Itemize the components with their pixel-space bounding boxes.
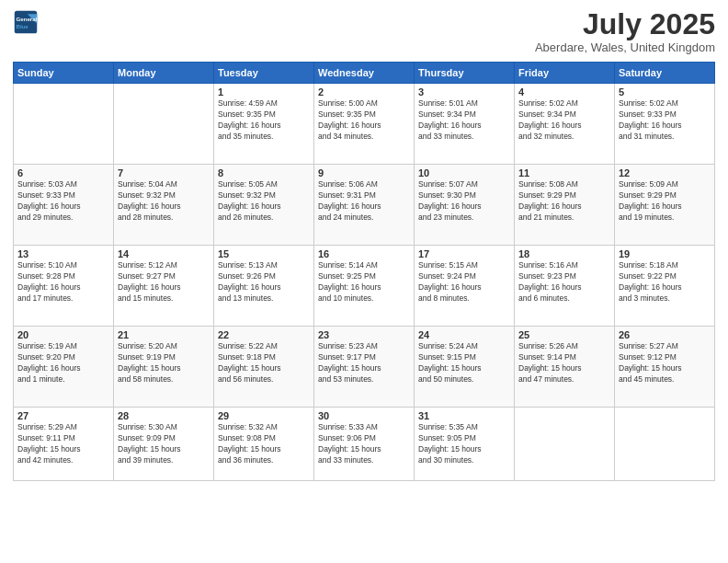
day-number: 14 (118, 248, 210, 259)
col-monday: Monday (114, 63, 214, 84)
table-row: 8Sunrise: 5:05 AM Sunset: 9:32 PM Daylig… (214, 165, 314, 246)
day-info: Sunrise: 5:13 AM Sunset: 9:26 PM Dayligh… (218, 260, 310, 304)
table-row: 10Sunrise: 5:07 AM Sunset: 9:30 PM Dayli… (415, 165, 515, 246)
day-number: 20 (17, 329, 109, 340)
day-number: 18 (518, 248, 610, 259)
day-info: Sunrise: 5:07 AM Sunset: 9:30 PM Dayligh… (418, 179, 510, 224)
table-row: 5Sunrise: 5:02 AM Sunset: 9:33 PM Daylig… (615, 84, 715, 165)
table-row (615, 408, 715, 481)
day-info: Sunrise: 5:05 AM Sunset: 9:32 PM Dayligh… (218, 179, 310, 224)
day-info: Sunrise: 5:06 AM Sunset: 9:31 PM Dayligh… (318, 179, 410, 224)
col-wednesday: Wednesday (314, 63, 415, 84)
day-number: 27 (17, 410, 109, 421)
day-info: Sunrise: 5:26 AM Sunset: 9:14 PM Dayligh… (518, 341, 610, 385)
day-number: 21 (118, 329, 210, 340)
page: General Blue July 2025 Aberdare, Wales, … (0, 0, 728, 563)
table-row (114, 84, 214, 165)
table-row: 23Sunrise: 5:23 AM Sunset: 9:17 PM Dayli… (314, 327, 415, 408)
table-row (14, 84, 114, 165)
table-row: 4Sunrise: 5:02 AM Sunset: 9:34 PM Daylig… (515, 84, 615, 165)
table-row (515, 408, 615, 481)
table-row: 20Sunrise: 5:19 AM Sunset: 9:20 PM Dayli… (14, 327, 114, 408)
table-row: 21Sunrise: 5:20 AM Sunset: 9:19 PM Dayli… (114, 327, 214, 408)
day-number: 4 (518, 86, 610, 98)
day-number: 17 (418, 248, 510, 259)
day-info: Sunrise: 5:08 AM Sunset: 9:29 PM Dayligh… (518, 179, 610, 224)
day-info: Sunrise: 5:14 AM Sunset: 9:25 PM Dayligh… (318, 260, 410, 304)
day-number: 28 (118, 410, 210, 421)
day-number: 19 (619, 248, 711, 259)
table-row: 24Sunrise: 5:24 AM Sunset: 9:15 PM Dayli… (415, 327, 515, 408)
logo: General Blue (13, 9, 39, 35)
day-number: 1 (218, 86, 310, 98)
day-info: Sunrise: 5:04 AM Sunset: 9:32 PM Dayligh… (118, 179, 210, 224)
calendar-week-row: 27Sunrise: 5:29 AM Sunset: 9:11 PM Dayli… (14, 408, 715, 481)
svg-text:General: General (17, 16, 38, 22)
calendar: Sunday Monday Tuesday Wednesday Thursday… (13, 62, 715, 481)
table-row: 11Sunrise: 5:08 AM Sunset: 9:29 PM Dayli… (515, 165, 615, 246)
col-friday: Friday (515, 63, 615, 84)
table-row: 1Sunrise: 4:59 AM Sunset: 9:35 PM Daylig… (214, 84, 314, 165)
day-info: Sunrise: 5:01 AM Sunset: 9:34 PM Dayligh… (418, 98, 510, 143)
day-info: Sunrise: 5:12 AM Sunset: 9:27 PM Dayligh… (118, 260, 210, 304)
day-info: Sunrise: 5:30 AM Sunset: 9:09 PM Dayligh… (118, 422, 210, 466)
day-info: Sunrise: 5:27 AM Sunset: 9:12 PM Dayligh… (619, 341, 711, 385)
table-row: 14Sunrise: 5:12 AM Sunset: 9:27 PM Dayli… (114, 246, 214, 327)
day-number: 29 (218, 410, 310, 421)
svg-text:Blue: Blue (17, 23, 29, 29)
col-thursday: Thursday (415, 63, 515, 84)
month-year: July 2025 (535, 9, 715, 39)
day-number: 12 (619, 167, 711, 178)
day-info: Sunrise: 5:00 AM Sunset: 9:35 PM Dayligh… (318, 98, 410, 143)
table-row: 2Sunrise: 5:00 AM Sunset: 9:35 PM Daylig… (314, 84, 415, 165)
day-number: 13 (17, 248, 109, 259)
table-row: 19Sunrise: 5:18 AM Sunset: 9:22 PM Dayli… (615, 246, 715, 327)
day-number: 3 (418, 86, 510, 98)
col-tuesday: Tuesday (214, 63, 314, 84)
table-row: 7Sunrise: 5:04 AM Sunset: 9:32 PM Daylig… (114, 165, 214, 246)
calendar-week-row: 1Sunrise: 4:59 AM Sunset: 9:35 PM Daylig… (14, 84, 715, 165)
day-number: 7 (118, 167, 210, 178)
table-row: 28Sunrise: 5:30 AM Sunset: 9:09 PM Dayli… (114, 408, 214, 481)
day-info: Sunrise: 5:32 AM Sunset: 9:08 PM Dayligh… (218, 422, 310, 466)
table-row: 6Sunrise: 5:03 AM Sunset: 9:33 PM Daylig… (14, 165, 114, 246)
day-info: Sunrise: 5:35 AM Sunset: 9:05 PM Dayligh… (418, 422, 510, 466)
calendar-header-row: Sunday Monday Tuesday Wednesday Thursday… (14, 63, 715, 84)
day-number: 2 (318, 86, 410, 98)
table-row: 27Sunrise: 5:29 AM Sunset: 9:11 PM Dayli… (14, 408, 114, 481)
day-number: 23 (318, 329, 410, 340)
table-row: 9Sunrise: 5:06 AM Sunset: 9:31 PM Daylig… (314, 165, 415, 246)
table-row: 13Sunrise: 5:10 AM Sunset: 9:28 PM Dayli… (14, 246, 114, 327)
table-row: 26Sunrise: 5:27 AM Sunset: 9:12 PM Dayli… (615, 327, 715, 408)
day-info: Sunrise: 5:18 AM Sunset: 9:22 PM Dayligh… (619, 260, 711, 304)
day-number: 24 (418, 329, 510, 340)
day-info: Sunrise: 5:10 AM Sunset: 9:28 PM Dayligh… (17, 260, 109, 304)
day-number: 11 (518, 167, 610, 178)
table-row: 30Sunrise: 5:33 AM Sunset: 9:06 PM Dayli… (314, 408, 415, 481)
day-info: Sunrise: 5:02 AM Sunset: 9:33 PM Dayligh… (619, 98, 711, 143)
table-row: 18Sunrise: 5:16 AM Sunset: 9:23 PM Dayli… (515, 246, 615, 327)
day-info: Sunrise: 5:03 AM Sunset: 9:33 PM Dayligh… (17, 179, 109, 224)
day-number: 22 (218, 329, 310, 340)
day-number: 10 (418, 167, 510, 178)
day-number: 26 (619, 329, 711, 340)
header: General Blue July 2025 Aberdare, Wales, … (13, 9, 715, 54)
day-number: 25 (518, 329, 610, 340)
day-number: 30 (318, 410, 410, 421)
day-info: Sunrise: 5:16 AM Sunset: 9:23 PM Dayligh… (518, 260, 610, 304)
day-info: Sunrise: 5:09 AM Sunset: 9:29 PM Dayligh… (619, 179, 711, 224)
calendar-week-row: 13Sunrise: 5:10 AM Sunset: 9:28 PM Dayli… (14, 246, 715, 327)
calendar-week-row: 6Sunrise: 5:03 AM Sunset: 9:33 PM Daylig… (14, 165, 715, 246)
day-number: 8 (218, 167, 310, 178)
table-row: 12Sunrise: 5:09 AM Sunset: 9:29 PM Dayli… (615, 165, 715, 246)
location: Aberdare, Wales, United Kingdom (535, 40, 715, 54)
day-number: 15 (218, 248, 310, 259)
day-info: Sunrise: 5:33 AM Sunset: 9:06 PM Dayligh… (318, 422, 410, 466)
table-row: 15Sunrise: 5:13 AM Sunset: 9:26 PM Dayli… (214, 246, 314, 327)
col-saturday: Saturday (615, 63, 715, 84)
table-row: 3Sunrise: 5:01 AM Sunset: 9:34 PM Daylig… (415, 84, 515, 165)
table-row: 16Sunrise: 5:14 AM Sunset: 9:25 PM Dayli… (314, 246, 415, 327)
day-info: Sunrise: 4:59 AM Sunset: 9:35 PM Dayligh… (218, 98, 310, 143)
col-sunday: Sunday (14, 63, 114, 84)
day-number: 6 (17, 167, 109, 178)
